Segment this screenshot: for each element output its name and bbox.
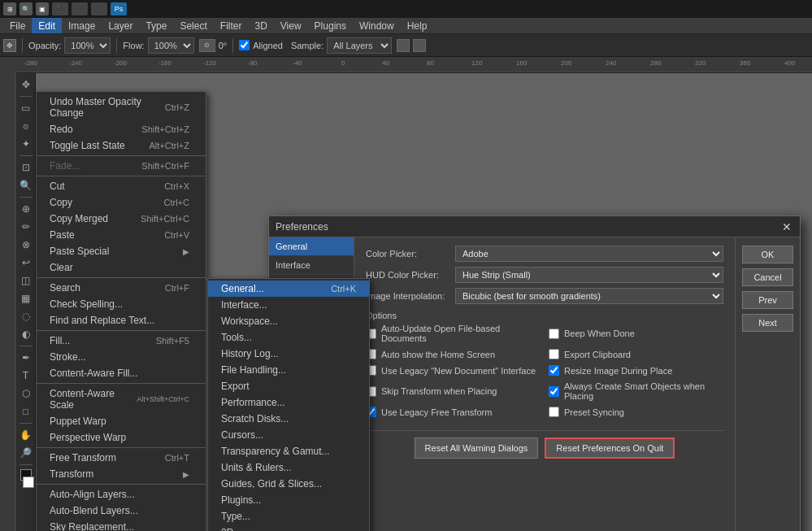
pref-export[interactable]: Export: [208, 378, 369, 394]
tool-pen[interactable]: ✒: [18, 350, 34, 366]
angle-control[interactable]: ⊙: [199, 39, 215, 52]
pref-history-log[interactable]: History Log...: [208, 346, 369, 362]
pref-workspace[interactable]: Workspace...: [208, 313, 369, 329]
menu-search[interactable]: Search Ctrl+F: [37, 280, 206, 296]
reset-warnings-button[interactable]: Reset All Warning Dialogs: [415, 437, 539, 459]
pref-plugins[interactable]: Plugins...: [208, 492, 369, 508]
category-general[interactable]: General: [269, 237, 354, 256]
hud-color-picker-select[interactable]: Hue Strip (Small): [455, 267, 723, 283]
menu-fill[interactable]: Fill... Shift+F5: [37, 333, 206, 349]
search-icon[interactable]: 🔍: [20, 2, 33, 15]
menu-3d[interactable]: 3D: [248, 18, 273, 33]
menu-content-aware-fill[interactable]: Content-Aware Fill...: [37, 365, 206, 381]
taskview-icon[interactable]: ▣: [36, 2, 49, 15]
tool-shape[interactable]: □: [18, 403, 34, 420]
color-picker-select[interactable]: Adobe: [455, 246, 723, 262]
menu-toggle-last-state[interactable]: Toggle Last State Alt+Ctrl+Z: [37, 137, 206, 154]
tool-stamp[interactable]: ⊗: [18, 237, 34, 253]
taskbar-app3[interactable]: [91, 2, 107, 15]
pref-units-rulers[interactable]: Units & Rulers...: [208, 459, 369, 476]
ok-button[interactable]: OK: [742, 246, 793, 263]
start-icon[interactable]: ⊞: [3, 2, 16, 15]
aligned-checkbox[interactable]: [239, 40, 250, 50]
tool-lasso[interactable]: ⌾: [18, 118, 34, 134]
pref-performance[interactable]: Performance...: [208, 394, 369, 411]
menu-select[interactable]: Select: [173, 18, 213, 33]
reset-preferences-button[interactable]: Reset Preferences On Quit: [545, 437, 675, 459]
menu-check-spelling[interactable]: Check Spelling...: [37, 296, 206, 312]
tool-history[interactable]: ↩: [18, 255, 34, 271]
cancel-button[interactable]: Cancel: [742, 268, 793, 286]
category-interface[interactable]: Interface: [269, 256, 354, 275]
pref-scratch-disks[interactable]: Scratch Disks...: [208, 411, 369, 427]
menu-cut[interactable]: Cut Ctrl+X: [37, 178, 206, 194]
menu-clear[interactable]: Clear: [37, 259, 206, 276]
menu-copy[interactable]: Copy Ctrl+C: [37, 194, 206, 211]
prev-button[interactable]: Prev: [742, 291, 793, 309]
menu-image[interactable]: Image: [62, 18, 102, 33]
menu-ca-scale[interactable]: Content-Aware Scale Alt+Shift+Ctrl+C: [37, 385, 206, 413]
pref-guides-grid[interactable]: Guides, Grid & Slices...: [208, 476, 369, 492]
menu-type[interactable]: Type: [139, 18, 173, 33]
tool-dodge[interactable]: ◐: [18, 326, 34, 342]
menu-view[interactable]: View: [274, 18, 308, 33]
opacity-select[interactable]: 100%: [64, 37, 111, 54]
menu-file[interactable]: File: [3, 18, 32, 33]
sample-select[interactable]: All Layers: [327, 37, 392, 54]
menu-window[interactable]: Window: [353, 18, 401, 33]
tool-select[interactable]: ✦: [18, 136, 34, 152]
tool-crop[interactable]: ⊡: [18, 159, 34, 176]
pref-tools[interactable]: Tools...: [208, 329, 369, 346]
menu-perspective-warp[interactable]: Perspective Warp: [37, 429, 206, 446]
pref-type[interactable]: Type...: [208, 508, 369, 524]
pref-interface[interactable]: Interface...: [208, 297, 369, 313]
tool-text[interactable]: T: [18, 368, 34, 384]
checkbox-beep-input[interactable]: [549, 329, 559, 339]
taskbar-app1[interactable]: ⬛: [52, 2, 68, 15]
menu-layer[interactable]: Layer: [102, 18, 139, 33]
image-interpolation-select[interactable]: Bicubic (best for smooth gradients): [455, 288, 723, 304]
menu-plugins[interactable]: Plugins: [308, 18, 353, 33]
menu-find-replace[interactable]: Find and Replace Text...: [37, 312, 206, 329]
pref-general[interactable]: General... Ctrl+K: [208, 281, 369, 297]
menu-paste[interactable]: Paste Ctrl+V: [37, 227, 206, 243]
checkbox-preset-syncing-input[interactable]: [549, 407, 559, 417]
tool-move[interactable]: ✥: [18, 76, 34, 93]
menu-copy-merged[interactable]: Copy Merged Shift+Ctrl+C: [37, 211, 206, 227]
pref-cursors[interactable]: Cursors...: [208, 427, 369, 443]
flow-select[interactable]: 100%: [148, 37, 194, 54]
menu-auto-blend[interactable]: Auto-Blend Layers...: [37, 503, 206, 519]
background-color[interactable]: [23, 477, 34, 488]
menu-undo[interactable]: Undo Master Opacity Change Ctrl+Z: [37, 94, 206, 121]
tool-gradient[interactable]: ▦: [18, 290, 34, 307]
dialog-close-button[interactable]: ✕: [780, 220, 793, 233]
menu-free-transform[interactable]: Free Transform Ctrl+T: [37, 450, 206, 466]
checkbox-export-clipboard-input[interactable]: [549, 349, 559, 359]
menu-stroke[interactable]: Stroke...: [37, 349, 206, 365]
menu-sky-replace[interactable]: Sky Replacement...: [37, 519, 206, 531]
tool-zoom[interactable]: 🔎: [18, 445, 34, 461]
menu-transform[interactable]: Transform ▶: [37, 466, 206, 482]
menu-paste-special[interactable]: Paste Special ▶: [37, 243, 206, 259]
menu-help[interactable]: Help: [401, 18, 434, 33]
pref-3d[interactable]: 3D...: [208, 524, 369, 531]
tool-eraser[interactable]: ◫: [18, 272, 34, 289]
menu-redo[interactable]: Redo Shift+Ctrl+Z: [37, 121, 206, 137]
checkbox-always-smart-objects-input[interactable]: [549, 386, 559, 397]
menu-filter[interactable]: Filter: [214, 18, 249, 33]
menu-puppet-warp[interactable]: Puppet Warp: [37, 413, 206, 429]
checkbox-resize-placing-input[interactable]: [549, 365, 559, 376]
taskbar-app2[interactable]: [72, 2, 88, 15]
tool-blur[interactable]: ◌: [18, 308, 34, 324]
next-button[interactable]: Next: [742, 314, 793, 332]
tool-path[interactable]: ⬡: [18, 385, 34, 402]
taskbar-ps-icon[interactable]: Ps: [111, 2, 127, 15]
menu-edit[interactable]: Edit: [32, 18, 62, 33]
tool-heal[interactable]: ⊕: [18, 201, 34, 217]
pref-file-handling[interactable]: File Handling...: [208, 362, 369, 378]
tool-marquee[interactable]: ▭: [18, 100, 34, 116]
pref-transparency-gamut[interactable]: Transparency & Gamut...: [208, 443, 369, 459]
tool-hand[interactable]: ✋: [18, 427, 34, 443]
tool-brush[interactable]: ✏: [18, 219, 34, 235]
menu-auto-align[interactable]: Auto-Align Layers...: [37, 486, 206, 503]
